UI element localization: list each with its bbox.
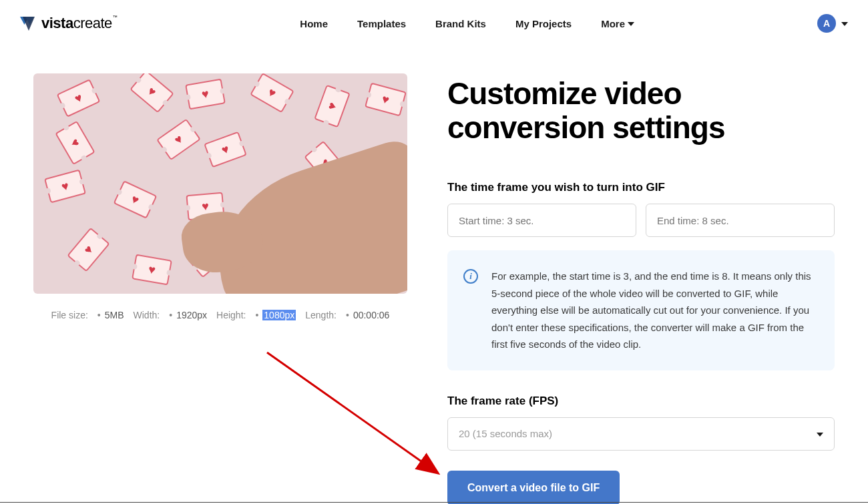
meta-width-value: 1920px: [169, 310, 207, 320]
start-time-input[interactable]: [447, 204, 636, 237]
user-menu[interactable]: A: [817, 14, 848, 33]
chevron-down-icon: [817, 433, 823, 437]
meta-height-value: 1080px: [262, 310, 296, 320]
info-text: For example, the start time is 3, and th…: [491, 268, 819, 353]
chevron-down-icon: [628, 22, 634, 26]
nav-more-label: More: [601, 18, 625, 29]
meta-length-label: Length:: [305, 310, 337, 320]
meta-width-label: Width:: [134, 310, 160, 320]
logo-text: vistacreate™: [41, 15, 117, 32]
logo[interactable]: vistacreate™: [20, 15, 117, 32]
right-column: Customize video conversion settings The …: [447, 73, 835, 504]
nav-my-projects[interactable]: My Projects: [515, 18, 572, 29]
fps-value: 20 (15 seconds max): [459, 428, 552, 439]
main-nav: Home Templates Brand Kits My Projects Mo…: [300, 18, 634, 29]
end-time-input[interactable]: [646, 204, 835, 237]
logo-icon: [20, 15, 37, 32]
main-content: ♥ ♥ ♥ ♥ ♥ ♥ ♥ ♥ ♥ ♥ ♥ ♥ ♥ ♥ ♥ ♥ ♥ ♥ ♥ ♥ …: [0, 47, 868, 504]
header: vistacreate™ Home Templates Brand Kits M…: [0, 0, 868, 47]
meta-height-label: Height:: [216, 310, 246, 320]
page-title: Customize video conversion settings: [447, 77, 835, 144]
fps-select[interactable]: 20 (15 seconds max): [447, 417, 835, 451]
chevron-down-icon: [841, 22, 848, 26]
meta-filesize-label: File size:: [51, 310, 88, 320]
time-frame-label: The time frame you wish to turn into GIF: [447, 181, 835, 194]
time-inputs: [447, 204, 835, 237]
video-preview[interactable]: ♥ ♥ ♥ ♥ ♥ ♥ ♥ ♥ ♥ ♥ ♥ ♥ ♥ ♥ ♥ ♥ ♥ ♥ ♥ ♥: [33, 73, 407, 294]
convert-button[interactable]: Convert a video file to GIF: [447, 471, 620, 504]
fps-label: The frame rate (FPS): [447, 395, 835, 408]
video-metadata: File size: 5MB Width: 1920px Height: 108…: [33, 310, 407, 320]
nav-home[interactable]: Home: [300, 18, 328, 29]
nav-more[interactable]: More: [601, 18, 634, 29]
info-icon: i: [463, 269, 478, 284]
info-box: i For example, the start time is 3, and …: [447, 250, 835, 370]
nav-templates[interactable]: Templates: [357, 18, 406, 29]
bottom-border: [0, 502, 868, 503]
meta-length-value: 00:00:06: [346, 310, 389, 320]
meta-filesize-value: 5MB: [97, 310, 124, 320]
nav-brand-kits[interactable]: Brand Kits: [435, 18, 486, 29]
avatar: A: [817, 14, 836, 33]
left-column: ♥ ♥ ♥ ♥ ♥ ♥ ♥ ♥ ♥ ♥ ♥ ♥ ♥ ♥ ♥ ♥ ♥ ♥ ♥ ♥ …: [33, 73, 407, 504]
